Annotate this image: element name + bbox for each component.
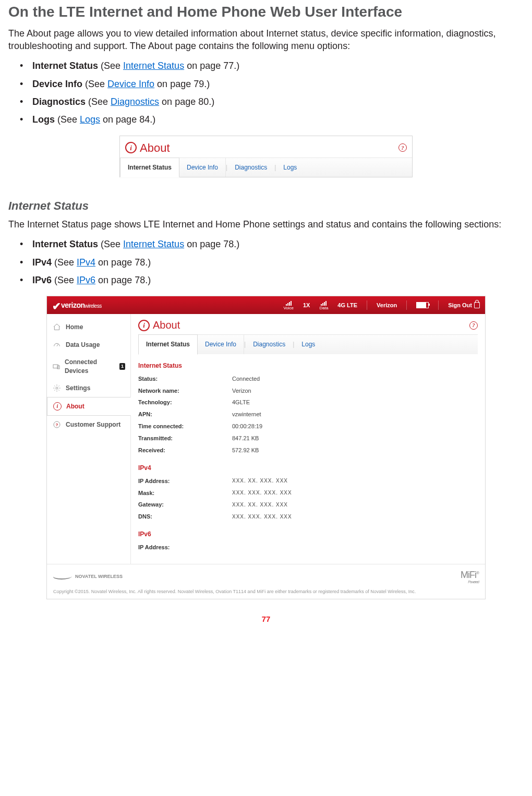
gear-icon (52, 383, 62, 393)
xref-link[interactable]: Logs (80, 114, 100, 125)
table-row: Status:Connected (138, 373, 478, 385)
row-key: APN: (138, 408, 232, 420)
tab-internet-status[interactable]: Internet Status (120, 158, 179, 177)
sidebar-item-data-usage[interactable]: Data Usage (47, 336, 130, 354)
intro-paragraph: The About page allows you to view detail… (8, 27, 524, 53)
section-ipv6-heading: IPv6 (138, 530, 478, 538)
tab-logs[interactable]: Logs (276, 158, 304, 177)
info-icon: i (53, 402, 62, 411)
item-pre: (See (52, 275, 77, 285)
table-row: Time connected:00:00:28:19 (138, 420, 478, 432)
row-value: XXX. XXX. XXX. XXX (232, 511, 478, 523)
tab-strip: Internet Status Device Info | Diagnostic… (120, 158, 412, 177)
page-title: On the LTE Internet and Home Phone Web U… (8, 2, 524, 22)
voice-tech: 1X (303, 301, 310, 309)
xref-link[interactable]: Diagnostics (111, 97, 159, 107)
help-icon[interactable]: ? (469, 321, 478, 330)
device-count-badge: 1 (119, 363, 125, 369)
voice-signal: Voice (283, 300, 294, 310)
table-row: Mask:XXX. XXX. XXX. XXX (138, 487, 478, 499)
row-value: 4GLTE (232, 396, 478, 408)
row-key: Transmitted: (138, 432, 232, 444)
row-key: Network name: (138, 385, 232, 397)
list-item: IPv6 (See IPv6 on page 78.) (32, 274, 524, 286)
top-separator (406, 300, 407, 310)
row-key: Time connected: (138, 420, 232, 432)
tab-logs[interactable]: Logs (294, 335, 322, 354)
sidebar-item-home[interactable]: Home (47, 318, 130, 336)
row-value: 847.21 KB (232, 432, 478, 444)
row-value: Verizon (232, 385, 478, 397)
svg-point-2 (56, 387, 58, 389)
row-value: 00:00:28:19 (232, 420, 478, 432)
data-label: Data (319, 306, 328, 310)
section-heading-internet-status: Internet Status (8, 198, 524, 214)
content-tab-strip: Internet Status Device Info | Diagnostic… (138, 334, 478, 354)
list-item: Device Info (See Device Info on page 79.… (32, 78, 524, 90)
table-row: IP Address: (138, 541, 478, 553)
signal-bars-icon (321, 300, 327, 306)
row-key: Gateway: (138, 499, 232, 511)
verizon-logo: ✔ verizonwireless (52, 300, 102, 310)
sidebar-item-about[interactable]: i About (47, 397, 131, 416)
tab-internet-status[interactable]: Internet Status (138, 334, 198, 354)
row-key: Technology: (138, 396, 232, 408)
row-value: XXX. XX. XXX. XXX (232, 499, 478, 511)
tab-device-info[interactable]: Device Info (179, 158, 226, 177)
home-icon (52, 322, 62, 332)
help-icon[interactable]: ? (398, 143, 407, 152)
sidebar-item-customer-support[interactable]: ? Customer Support (47, 416, 130, 433)
tab-diagnostics[interactable]: Diagnostics (246, 335, 293, 354)
data-signal: Data (319, 300, 328, 310)
data-tech: 4G LTE (337, 301, 357, 309)
xref-link[interactable]: Internet Status (123, 61, 184, 71)
novatel-brand-text: NOVATEL WIRELESS (75, 573, 123, 580)
table-row: Network name:Verizon (138, 385, 478, 397)
item-pre: (See (98, 61, 123, 71)
sidebar-item-label: Customer Support (66, 420, 120, 429)
item-bold: IPv4 (32, 257, 52, 268)
sign-out-button[interactable]: Sign Out (448, 301, 480, 309)
tab-device-info[interactable]: Device Info (198, 335, 244, 354)
table-row: DNS:XXX. XXX. XXX. XXX (138, 511, 478, 523)
table-row: APN:vzwinternet (138, 408, 478, 420)
list-item: Internet Status (See Internet Status on … (32, 59, 524, 72)
item-bold: Internet Status (32, 61, 98, 71)
item-post: on page 80.) (159, 97, 214, 107)
sidebar-item-connected-devices[interactable]: Connected Devices 1 (47, 354, 130, 379)
about-title-text: About (140, 140, 170, 156)
list-item: IPv4 (See IPv4 on page 78.) (32, 256, 524, 269)
item-post: on page 78.) (184, 239, 239, 249)
row-value (232, 541, 478, 553)
ipv6-table: IP Address: (138, 541, 478, 553)
list-item: Logs (See Logs on page 84.) (32, 113, 524, 126)
page-number: 77 (8, 614, 524, 624)
sidebar-item-settings[interactable]: Settings (47, 379, 130, 397)
table-row: Technology:4GLTE (138, 396, 478, 408)
xref-link[interactable]: Device Info (107, 79, 154, 89)
menu-options-list-2: Internet Status (See Internet Status on … (8, 238, 524, 286)
sidebar-item-label: Settings (66, 384, 90, 392)
list-item: Internet Status (See Internet Status on … (32, 238, 524, 250)
item-bold: Internet Status (32, 239, 98, 249)
tab-diagnostics[interactable]: Diagnostics (227, 158, 274, 177)
xref-link[interactable]: Internet Status (123, 239, 184, 249)
info-icon: i (125, 142, 137, 153)
sidebar-item-label: Connected Devices (65, 358, 115, 375)
row-key: Received: (138, 444, 232, 456)
content-title-text: About (153, 318, 180, 332)
xref-link[interactable]: IPv6 (77, 275, 95, 285)
mifi-logo: MiFi® Powered (461, 569, 479, 584)
item-post: on page 84.) (100, 114, 155, 125)
devices-icon (52, 362, 61, 371)
gauge-icon (52, 340, 62, 349)
signal-bars-icon (286, 300, 292, 306)
item-pre: (See (98, 239, 123, 249)
xref-link[interactable]: IPv4 (77, 257, 95, 268)
item-pre: (See (52, 257, 77, 268)
section-ipv4-heading: IPv4 (138, 464, 478, 472)
sidebar-item-label: About (66, 402, 84, 411)
row-key: IP Address: (138, 541, 232, 553)
logo-text-1: verizon (61, 301, 85, 309)
battery-icon (416, 302, 429, 308)
